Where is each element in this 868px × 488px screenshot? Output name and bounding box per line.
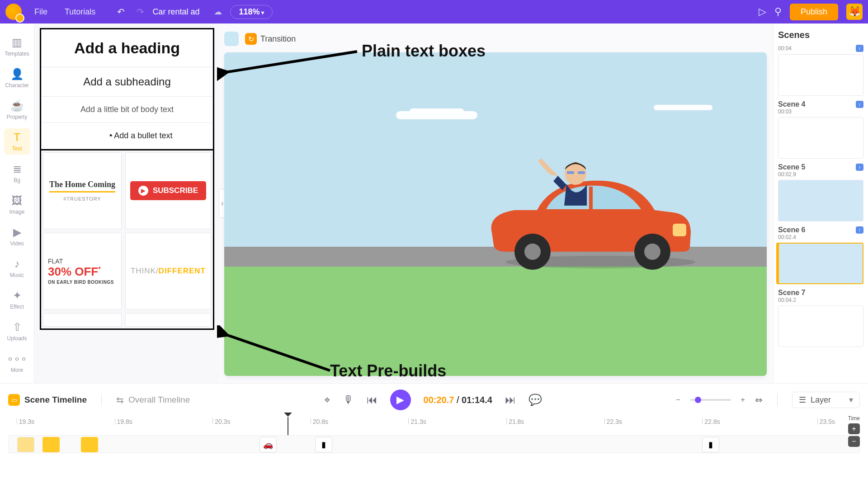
- zoom-level[interactable]: 118%▾: [230, 5, 273, 19]
- scenes-panel: Scenes 00:04↑ Scene 4↑ 00:03 Scene 5↑ 00…: [773, 23, 868, 383]
- fit-icon[interactable]: ⇔: [755, 394, 763, 405]
- rail-uploads[interactable]: ⇧Uploads: [4, 318, 30, 344]
- timeline-ruler[interactable]: 19.3s 19.8s 20.3s 20.8s 21.3s 21.8s 22.3…: [8, 418, 860, 432]
- zoom-in-icon[interactable]: +: [741, 396, 745, 404]
- menu-tutorials[interactable]: Tutorials: [60, 5, 100, 19]
- prebuild-think-different[interactable]: THINK/DIFFERENT: [125, 233, 211, 310]
- add-subheading[interactable]: Add a subheading: [41, 67, 213, 97]
- chevron-down-icon: ▾: [849, 395, 853, 405]
- scene-badge-icon: ↑: [856, 101, 864, 108]
- clip[interactable]: [81, 437, 98, 452]
- clip-pillar[interactable]: ▮: [315, 437, 332, 452]
- user-avatar[interactable]: 🦊: [846, 4, 863, 20]
- overall-timeline-icon: ⇆: [116, 394, 124, 405]
- svg-rect-9: [567, 171, 574, 174]
- rail-more[interactable]: ∘∘∘More: [4, 350, 30, 376]
- rail-image[interactable]: 🖼Image: [4, 192, 30, 218]
- ruler-tick: 20.8s: [311, 418, 328, 424]
- prebuild-homecoming[interactable]: The Home Coming #TRUESTORY: [43, 152, 122, 229]
- project-title[interactable]: Car rental ad: [152, 7, 199, 17]
- rail-text[interactable]: TText: [4, 128, 30, 155]
- cloud-icon: [654, 105, 712, 110]
- add-heading[interactable]: Add a heading: [41, 29, 213, 67]
- camera-button[interactable]: ⌖: [324, 394, 330, 406]
- time-zoom-controls: Time + −: [848, 415, 860, 447]
- publish-button[interactable]: Publish: [790, 4, 838, 20]
- clip-pillar[interactable]: ▮: [702, 437, 719, 452]
- scene-timeline-icon: ▭: [8, 394, 20, 406]
- text-prebuilds: The Home Coming #TRUESTORY ▶SUBSCRIBE FL…: [40, 150, 214, 330]
- scene-item-6[interactable]: Scene 6↑ 00:02.4: [778, 226, 863, 284]
- menu-file[interactable]: File: [30, 5, 52, 19]
- clip-car[interactable]: 🚗: [259, 437, 277, 452]
- prebuild-empty-1[interactable]: [43, 313, 122, 327]
- redo-button[interactable]: ↷: [137, 6, 144, 17]
- clip[interactable]: [17, 437, 34, 452]
- mic-button[interactable]: 🎙: [343, 394, 354, 406]
- ruler-tick: 22.3s: [604, 418, 622, 424]
- ruler-tick: 21.8s: [506, 418, 524, 424]
- scene-item-4[interactable]: Scene 4↑ 00:03: [778, 100, 863, 159]
- rail-character[interactable]: 👤Character: [4, 65, 30, 91]
- overall-timeline-tab[interactable]: ⇆ Overall Timeline: [116, 394, 190, 405]
- rail-effect[interactable]: ✦Effect: [4, 286, 30, 313]
- rail-video[interactable]: ▶Video: [4, 223, 30, 249]
- canvas-area: ‹ ↻ Transition: [220, 23, 773, 383]
- cloud-sync-icon[interactable]: ☁: [214, 7, 222, 17]
- scene-badge-icon: ↑: [856, 226, 864, 234]
- zoom-out-icon[interactable]: −: [676, 396, 680, 404]
- scene-item-partial[interactable]: 00:04↑: [778, 45, 863, 96]
- scene-badge-icon: ↑: [856, 45, 864, 52]
- cloud-icon: [396, 111, 477, 119]
- rail-templates[interactable]: ▥Templates: [4, 33, 30, 60]
- app-logo[interactable]: [5, 4, 22, 20]
- layers-icon: ☰: [799, 395, 806, 405]
- comment-button[interactable]: 💬: [528, 394, 542, 406]
- rail-bg[interactable]: ≣Bg: [4, 160, 30, 186]
- left-rail: ▥Templates 👤Character ☕Property TText ≣B…: [0, 23, 34, 383]
- prebuild-flat-off[interactable]: FLAT 30% OFF* ON EARLY BIRD BOOKINGS: [43, 233, 122, 310]
- share-button[interactable]: ⚲: [774, 6, 782, 18]
- rail-music[interactable]: ♪Music: [4, 255, 30, 281]
- undo-button[interactable]: ↶: [117, 6, 125, 17]
- scene-timeline-tab[interactable]: ▭ Scene Timeline: [8, 394, 87, 406]
- timeline-track[interactable]: 🚗 ▮ ▮: [8, 435, 860, 453]
- transition-button[interactable]: ↻ Transition: [245, 33, 296, 45]
- timeline-panel: ▭ Scene Timeline ⇆ Overall Timeline ⌖ 🎙 …: [0, 383, 868, 488]
- svg-point-3: [524, 244, 541, 260]
- preview-button[interactable]: ▷: [759, 6, 766, 18]
- time-zoom-in[interactable]: +: [848, 423, 860, 434]
- ruler-tick: 20.3s: [212, 418, 230, 424]
- grass-bg: [224, 267, 767, 376]
- next-button[interactable]: ⏭: [505, 394, 516, 406]
- canvas-stage[interactable]: [224, 52, 767, 376]
- prev-button[interactable]: ⏮: [367, 394, 377, 406]
- scene-item-5[interactable]: Scene 5↑ 00:02.9: [778, 163, 863, 221]
- prebuild-subscribe[interactable]: ▶SUBSCRIBE: [125, 152, 211, 229]
- add-bullet-text[interactable]: • Add a bullet text: [41, 123, 213, 149]
- transition-icon: ↻: [245, 33, 257, 45]
- ruler-tick: 19.3s: [17, 418, 34, 424]
- divider: [777, 394, 778, 406]
- rail-property[interactable]: ☕Property: [4, 97, 30, 123]
- ruler-tick: 19.8s: [115, 418, 132, 424]
- car-illustration[interactable]: [474, 156, 700, 273]
- scene-badge-icon: ↑: [856, 164, 864, 171]
- timecode: 00:20.7 / 01:14.4: [424, 395, 492, 405]
- topbar: File Tutorials ↶ ↷ Car rental ad ☁ 118%▾…: [0, 0, 868, 23]
- time-zoom-out[interactable]: −: [848, 436, 860, 447]
- prebuild-empty-2[interactable]: [125, 313, 211, 327]
- scene-item-7[interactable]: Scene 7 00:04.2: [778, 289, 863, 347]
- time-zoom-label: Time: [848, 415, 860, 422]
- layer-dropdown[interactable]: ☰ Layer ▾: [792, 392, 860, 408]
- ruler-tick: 22.8s: [702, 418, 720, 424]
- svg-rect-6: [673, 224, 686, 236]
- zoom-slider[interactable]: [690, 399, 731, 401]
- play-button[interactable]: ▶: [390, 389, 411, 410]
- divider: [101, 394, 102, 406]
- scene-color-chip[interactable]: [224, 32, 239, 46]
- svg-rect-8: [578, 171, 585, 174]
- add-body-text[interactable]: Add a little bit of body text: [41, 97, 213, 123]
- scenes-title: Scenes: [778, 30, 863, 40]
- clip[interactable]: [42, 437, 60, 452]
